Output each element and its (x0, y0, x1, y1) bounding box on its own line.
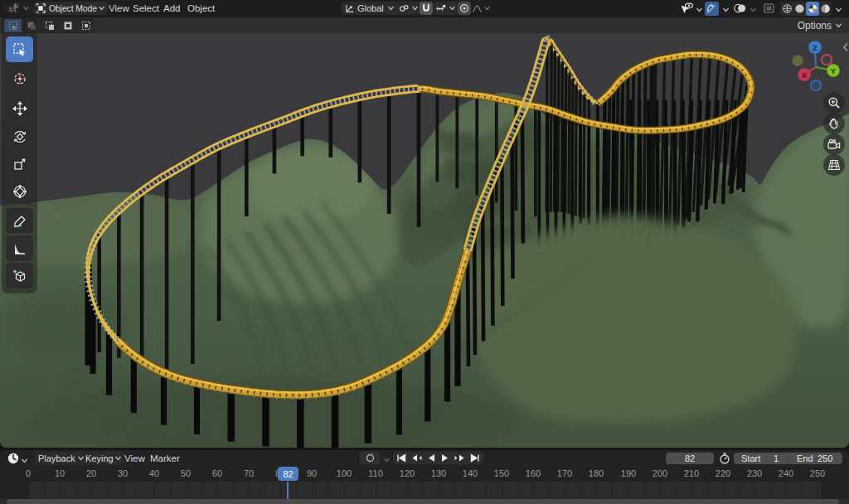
svg-text:Y: Y (831, 66, 837, 75)
svg-text:X: X (802, 70, 808, 80)
svg-text:Z: Z (813, 43, 817, 52)
